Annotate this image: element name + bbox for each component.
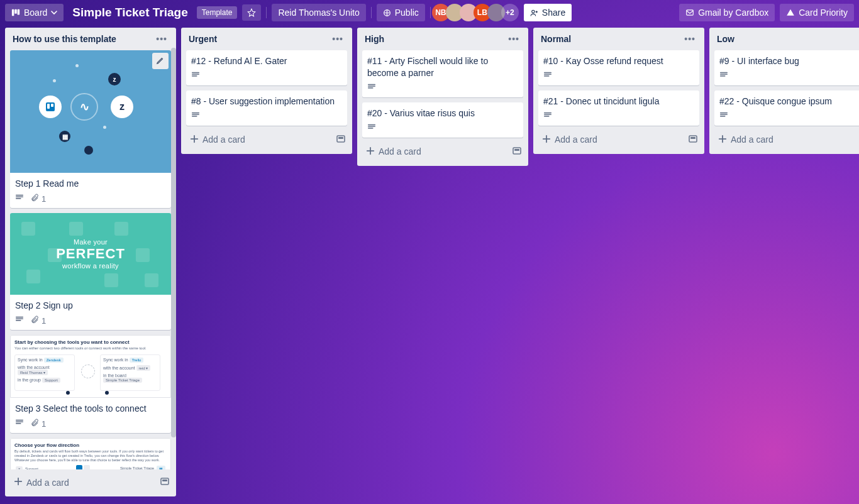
description-badge: [719, 71, 728, 82]
add-card-button[interactable]: Add a card: [540, 132, 683, 148]
small-dot-icon: [84, 146, 93, 155]
attachment-badge: 1: [30, 315, 46, 326]
board-title[interactable]: Simple Ticket Triage: [69, 4, 191, 21]
card-edit-button[interactable]: [152, 53, 169, 69]
card-cover: ∿ z z ▦: [10, 50, 171, 173]
list-header: Low •••: [709, 28, 859, 48]
scrollbar-thumb[interactable]: [171, 48, 176, 437]
list-title[interactable]: How to use this template: [13, 34, 153, 44]
description-icon: [367, 123, 376, 134]
board-canvas[interactable]: How to use this template ••• ∿: [0, 25, 859, 501]
board-header: Board Simple Ticket Triage Template Reid…: [0, 0, 859, 25]
add-card-button[interactable]: Add a card: [11, 474, 155, 490]
attachment-count: 1: [42, 194, 46, 204]
list-title[interactable]: Urgent: [189, 34, 330, 44]
list-cards: ∿ z z ▦ Step 1 Read me: [5, 48, 176, 469]
template-icon: [160, 478, 170, 488]
share-button[interactable]: Share: [524, 4, 572, 21]
cover-heading: Choose your flow direction: [14, 442, 167, 448]
card-ticket-20[interactable]: #20 - Varius vitae risus quis: [362, 102, 523, 138]
list-how-to-use: How to use this template ••• ∿: [5, 28, 176, 496]
svg-rect-14: [514, 149, 519, 151]
list-menu-button[interactable]: •••: [153, 33, 170, 45]
star-icon: [247, 8, 256, 17]
unito-logo-icon: ∿: [70, 93, 98, 121]
list-menu-button[interactable]: •••: [682, 33, 698, 45]
card-template-button[interactable]: [688, 134, 698, 146]
powerup-priority-button[interactable]: Card Priority: [780, 4, 854, 21]
card-title: #21 - Donec ut tincidunt ligula: [543, 96, 694, 107]
plus-icon: [718, 134, 727, 145]
template-badge[interactable]: Template: [197, 6, 238, 19]
card-step-3[interactable]: Start by choosing the tools you want to …: [10, 335, 171, 433]
svg-rect-10: [162, 479, 167, 481]
description-icon: [191, 71, 200, 82]
card-title: #12 - Refund Al E. Gater: [191, 55, 342, 67]
card-template-button[interactable]: [160, 476, 170, 488]
member-avatars[interactable]: NB LB +2: [436, 4, 519, 21]
card-badges: [367, 83, 518, 94]
svg-rect-0: [12, 9, 14, 16]
list-title[interactable]: Low: [717, 34, 858, 44]
star-button[interactable]: [242, 4, 261, 21]
description-icon: [15, 194, 24, 204]
list-menu-button[interactable]: •••: [330, 33, 346, 45]
svg-rect-2: [18, 9, 20, 15]
attachment-badge: 1: [30, 419, 46, 429]
pencil-icon: [156, 56, 165, 67]
ellipsis-icon: •••: [332, 34, 343, 44]
card-template-button[interactable]: [336, 134, 346, 146]
description-icon: [367, 83, 376, 94]
avatar-more-count[interactable]: +2: [501, 4, 519, 21]
add-card-button[interactable]: Add a card: [363, 144, 507, 160]
list-normal: Normal ••• #10 - Kay Osse refund request…: [533, 28, 704, 154]
list-title[interactable]: Normal: [541, 34, 682, 44]
list-scrollbar[interactable]: [171, 48, 176, 469]
list-header: Urgent •••: [181, 28, 352, 48]
add-card-label: Add a card: [26, 478, 69, 488]
card-badges: [191, 111, 342, 122]
ellipsis-icon: •••: [684, 34, 696, 44]
svg-point-4: [532, 10, 535, 13]
card-ticket-22[interactable]: #22 - Quisque congue ipsum: [714, 90, 859, 126]
card-badges: [191, 71, 342, 82]
card-template-button[interactable]: [512, 146, 522, 158]
list-cards: #11 - Arty Fischell would like to become…: [357, 48, 528, 139]
powerup-gmail-button[interactable]: Gmail by Cardbox: [679, 4, 775, 21]
card-step-2[interactable]: Make your PERFECT workflow a reality Ste…: [10, 213, 171, 330]
list-footer: Add a card: [181, 127, 352, 154]
svg-rect-12: [338, 137, 343, 139]
workspace-button[interactable]: Reid Thomas's Unito: [272, 4, 365, 21]
description-icon: [191, 111, 200, 122]
card-step-1[interactable]: ∿ z z ▦ Step 1 Read me: [10, 50, 171, 208]
card-ticket-21[interactable]: #21 - Donec ut tincidunt ligula: [538, 90, 699, 126]
card-ticket-10[interactable]: #10 - Kay Osse refund request: [538, 50, 699, 85]
cover-text-big: PERFECT: [56, 246, 125, 262]
list-menu-button[interactable]: •••: [506, 33, 522, 45]
list-cards-wrapper: ∿ z z ▦ Step 1 Read me: [5, 48, 176, 469]
add-card-button[interactable]: Add a card: [716, 132, 859, 148]
add-card-label: Add a card: [202, 134, 245, 145]
card-step-4[interactable]: Choose your flow direction By default, t…: [10, 438, 171, 469]
globe-icon: [383, 9, 391, 17]
mail-icon: [685, 8, 694, 17]
plus-icon: [366, 146, 375, 157]
chevron-down-icon: [51, 9, 57, 16]
card-ticket-12[interactable]: #12 - Refund Al E. Gater: [186, 50, 347, 85]
list-cards: #10 - Kay Osse refund request #21 - Done…: [533, 48, 704, 127]
card-ticket-8[interactable]: #8 - User suggestion implementation: [186, 90, 347, 126]
description-badge: [15, 194, 24, 204]
description-icon: [543, 71, 552, 82]
add-card-button[interactable]: Add a card: [187, 132, 331, 148]
board-view-switcher[interactable]: Board: [5, 4, 64, 21]
plus-icon: [14, 477, 23, 488]
card-ticket-9[interactable]: #9 - UI interface bug: [714, 50, 859, 85]
card-ticket-11[interactable]: #11 - Arty Fischell would like to become…: [362, 50, 523, 97]
card-badges: [543, 111, 694, 122]
add-card-label: Add a card: [555, 134, 597, 145]
visibility-button[interactable]: Public: [377, 4, 425, 21]
list-title[interactable]: High: [365, 34, 506, 44]
list-footer: Add a card: [533, 127, 704, 154]
list-urgent: Urgent ••• #12 - Refund Al E. Gater #8 -…: [181, 28, 352, 154]
board-view-label: Board: [24, 8, 47, 18]
